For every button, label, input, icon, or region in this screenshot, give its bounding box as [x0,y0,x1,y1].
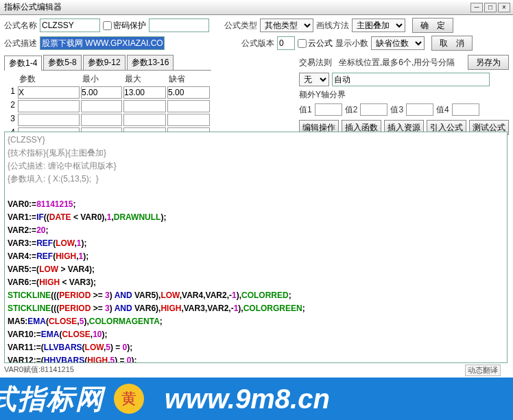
param-header-min: 最小 [81,73,122,85]
param-1-min[interactable] [81,86,122,99]
dynamic-translate-label[interactable]: 动态翻译 [465,365,501,376]
formula-code-editor[interactable]: {CLZSSY} {技术指标}{鬼系}{主图叠加} {公式描述: 缠论中枢试用版… [4,132,508,363]
maximize-button[interactable]: □ [484,3,497,12]
param-tabs: 参数1-4 参数5-8 参数9-12 参数13-16 [4,55,211,71]
param-3-def[interactable] [167,114,210,126]
footer-logo-icon: 黄 [114,384,144,414]
password-checkbox[interactable]: 密码保护 [103,20,146,32]
draw-method-select[interactable]: 主图叠加 [352,18,405,32]
param-3-max[interactable] [123,114,166,126]
rule-select[interactable]: 无 [299,73,329,86]
val4-input[interactable] [452,103,479,116]
saveas-button[interactable]: 另存为 [468,55,509,70]
cloud-checkbox[interactable]: 云公式 [298,38,333,49]
formula-type-select[interactable]: 其他类型 [260,18,313,32]
name-label: 公式名称 [4,20,37,32]
ok-button[interactable]: 确 定 [412,18,453,33]
tab-params-13-16[interactable]: 参数13-16 [127,55,174,70]
cancel-button[interactable]: 取 消 [431,36,473,51]
param-2-max[interactable] [123,100,166,112]
param-2-min[interactable] [81,100,122,112]
param-header-name: 参数 [18,73,80,85]
val3-label: 值3 [390,104,403,116]
window-title: 指标公式编辑器 [3,1,469,13]
param-2-name[interactable] [18,100,80,112]
tab-params-5-8[interactable]: 参数5-8 [43,55,81,70]
param-3-min[interactable] [81,114,122,126]
decimal-select[interactable]: 缺省位数 [371,36,425,50]
ver-label: 公式版本 [241,38,274,49]
title-bar: 指标公式编辑器 ─ □ × [0,0,513,15]
tab-params-1-4[interactable]: 参数1-4 [4,55,42,71]
status-text: VAR0赋值:81141215 [4,365,74,375]
footer-cn-text: 式指标网 [0,380,104,418]
password-input[interactable] [149,18,209,32]
rule-label: 交易法则 [299,57,332,69]
version-input[interactable] [277,36,295,50]
dec-label: 显示小数 [335,38,368,49]
param-1-max[interactable] [123,86,166,99]
val2-input[interactable] [360,103,387,116]
coord-label: 坐标线位置,最多6个,用分号分隔 [339,57,455,69]
footer-banner: 式指标网 黄 www.9m8.cn [0,378,513,420]
footer-url-text: www.9m8.cn [165,384,330,415]
val1-label: 值1 [299,104,312,116]
val2-label: 值2 [345,104,358,116]
val1-input[interactable] [315,103,342,116]
extray-label: 额外Y轴分界 [299,89,346,101]
param-grid: 参数 最小 最大 缺省 1 2 3 4 [4,73,211,140]
tab-params-9-12[interactable]: 参数9-12 [83,55,126,70]
formula-name-input[interactable] [40,18,100,32]
minimize-button[interactable]: ─ [470,3,483,12]
param-header-max: 最大 [123,73,166,85]
param-header-def: 缺省 [167,73,210,85]
param-2-def[interactable] [167,100,210,112]
val4-label: 值4 [436,104,449,116]
formula-desc-input[interactable] [40,36,165,50]
close-button[interactable]: × [498,3,510,12]
param-3-name[interactable] [18,114,80,126]
val3-input[interactable] [406,103,433,116]
draw-label: 画线方法 [316,20,349,32]
param-1-def[interactable] [167,86,210,99]
desc-label: 公式描述 [4,38,37,49]
coord-input[interactable] [332,73,490,86]
param-1-name[interactable] [18,86,80,99]
type-label: 公式类型 [224,20,257,32]
